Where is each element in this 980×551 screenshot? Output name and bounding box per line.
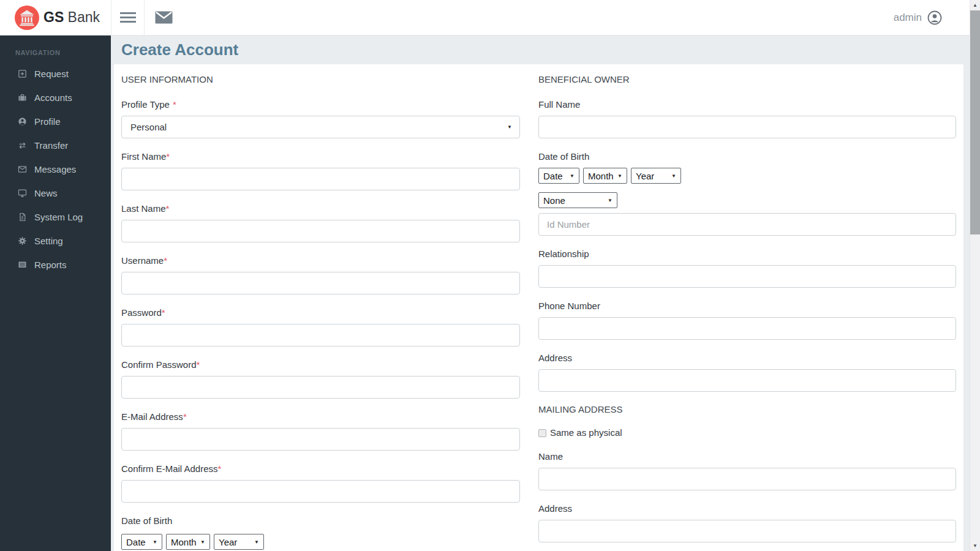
profile-type-group: Profile Type* Personal ▼	[121, 99, 520, 138]
mailing-name-input[interactable]	[538, 468, 956, 490]
user-information-column: USER INFORMATION Profile Type* Personal …	[121, 74, 520, 550]
bo-dob-year-select[interactable]: Year▼	[631, 168, 681, 184]
user-dob-year-select[interactable]: Year▼	[214, 534, 264, 550]
username-group: Username*	[121, 255, 520, 294]
chevron-down-icon: ▼	[570, 173, 575, 179]
email-label: E-Mail Address*	[121, 411, 520, 422]
bo-dob-month-select[interactable]: Month▼	[583, 168, 627, 184]
chevron-down-icon: ▼	[671, 173, 676, 179]
confirm-password-group: Confirm Password*	[121, 359, 520, 399]
main-content: Create Account USER INFORMATION Profile …	[111, 36, 980, 551]
sidebar: NAVIGATION Request Accounts Profile Tran…	[0, 36, 111, 551]
first-name-label: First Name*	[121, 151, 520, 162]
sidebar-item-request[interactable]: Request	[0, 62, 111, 86]
user-dob-date-select[interactable]: Date▼	[121, 534, 162, 550]
bo-dob-date-select[interactable]: Date▼	[538, 168, 579, 184]
user-circle-icon	[927, 10, 942, 25]
bo-full-name-label: Full Name	[538, 99, 956, 110]
page-title-bar: Create Account	[111, 36, 980, 64]
mailing-name-group: Name	[538, 451, 956, 490]
confirm-email-group: Confirm E-Mail Address*	[121, 463, 520, 503]
bo-dob-group: Date of Birth Date▼ Month▼ Year▼ None▼	[538, 151, 956, 236]
chevron-down-icon: ▼	[200, 539, 205, 545]
username-label: Username*	[121, 255, 520, 266]
password-group: Password*	[121, 307, 520, 347]
monitor-icon	[17, 188, 28, 198]
scrollbar-down-icon[interactable]: ▼	[970, 541, 980, 551]
gear-icon	[17, 236, 28, 246]
confirm-email-input[interactable]	[121, 480, 520, 503]
last-name-group: Last Name*	[121, 203, 520, 242]
user-dob-label: Date of Birth	[121, 515, 520, 527]
mailing-name-label: Name	[538, 451, 956, 462]
bo-id-number-input[interactable]	[538, 213, 956, 236]
bo-relationship-input[interactable]	[538, 265, 956, 288]
transfer-arrows-icon	[17, 140, 28, 151]
page-title: Create Account	[121, 40, 238, 59]
bo-full-name-input[interactable]	[538, 116, 956, 138]
username-input[interactable]	[121, 272, 520, 294]
chevron-down-icon: ▼	[153, 539, 157, 545]
hamburger-icon	[120, 10, 136, 25]
user-menu[interactable]: admin	[894, 10, 942, 25]
messages-button[interactable]	[145, 0, 183, 35]
sidebar-item-profile[interactable]: Profile	[0, 110, 111, 133]
same-as-physical-row[interactable]: Same as physical	[538, 427, 956, 438]
beneficial-owner-column: BENEFICIAL OWNER Full Name Date of Birth…	[538, 74, 956, 550]
chevron-down-icon: ▼	[608, 198, 612, 203]
bo-relationship-group: Relationship	[538, 249, 956, 288]
sidebar-item-setting[interactable]: Setting	[0, 229, 111, 253]
bank-logo-icon	[15, 6, 39, 30]
brand-name: GS Bank	[43, 9, 100, 26]
email-input[interactable]	[121, 428, 520, 451]
bo-address-label: Address	[538, 353, 956, 364]
create-account-card: USER INFORMATION Profile Type* Personal …	[114, 64, 963, 551]
profile-type-label: Profile Type*	[121, 99, 520, 110]
profile-type-select[interactable]: Personal ▼	[121, 116, 520, 138]
mailing-address-input[interactable]	[538, 520, 956, 542]
last-name-label: Last Name*	[121, 203, 520, 214]
bo-dob-label: Date of Birth	[538, 151, 956, 162]
sidebar-item-accounts[interactable]: Accounts	[0, 86, 111, 110]
sidebar-item-news[interactable]: News	[0, 181, 111, 205]
sidebar-toggle-button[interactable]	[111, 0, 145, 35]
email-group: E-Mail Address*	[121, 411, 520, 451]
envelope-icon	[17, 164, 28, 174]
brand-logo[interactable]: GS Bank	[0, 0, 111, 35]
scrollbar-thumb[interactable]	[970, 10, 980, 234]
sidebar-item-messages[interactable]: Messages	[0, 157, 111, 181]
bo-address-input[interactable]	[538, 369, 956, 392]
password-input[interactable]	[121, 324, 520, 347]
user-icon	[17, 116, 28, 127]
sidebar-item-transfer[interactable]: Transfer	[0, 133, 111, 157]
list-box-icon	[17, 260, 28, 270]
chevron-down-icon: ▼	[617, 173, 622, 179]
last-name-input[interactable]	[121, 220, 520, 242]
sidebar-item-system-log[interactable]: System Log	[0, 205, 111, 229]
mailing-address-label: Address	[538, 503, 956, 514]
sidebar-item-reports[interactable]: Reports	[0, 253, 111, 277]
confirm-password-label: Confirm Password*	[121, 359, 520, 370]
bo-phone-label: Phone Number	[538, 301, 956, 312]
user-dob-month-select[interactable]: Month▼	[166, 534, 210, 550]
same-as-physical-checkbox[interactable]	[538, 429, 546, 437]
bo-phone-group: Phone Number	[538, 301, 956, 340]
scrollbar-up-icon[interactable]: ▲	[970, 0, 980, 10]
bo-relationship-label: Relationship	[538, 249, 956, 260]
section-title-beneficial-owner: BENEFICIAL OWNER	[538, 74, 956, 85]
confirm-password-input[interactable]	[121, 376, 520, 399]
briefcase-icon	[17, 92, 28, 103]
bo-id-type-select[interactable]: None▼	[538, 192, 617, 208]
bo-address-group: Address	[538, 353, 956, 392]
username-label: admin	[894, 12, 922, 24]
mailing-address-group: Address	[538, 503, 956, 542]
document-icon	[17, 212, 28, 222]
same-as-physical-label: Same as physical	[550, 427, 622, 438]
nav-section-label: NAVIGATION	[0, 36, 111, 56]
envelope-icon	[155, 11, 173, 24]
first-name-input[interactable]	[121, 168, 520, 190]
bo-full-name-group: Full Name	[538, 99, 956, 138]
vertical-scrollbar[interactable]: ▲ ▼	[970, 0, 980, 551]
bo-phone-input[interactable]	[538, 317, 956, 340]
chevron-down-icon: ▼	[254, 539, 259, 545]
